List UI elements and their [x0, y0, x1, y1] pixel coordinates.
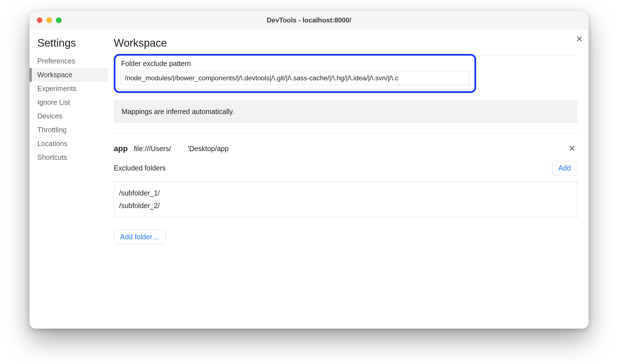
page-title: Workspace [114, 37, 577, 56]
excluded-folders-label: Excluded folders [114, 164, 166, 172]
window-title: DevTools - localhost:8000/ [29, 16, 589, 24]
excluded-folders-list: /subfolder_1/ /subfolder_2/ [114, 181, 577, 217]
window-traffic-lights [29, 17, 62, 23]
sidebar-item-devices[interactable]: Devices [29, 109, 108, 123]
excluded-folder-item[interactable]: /subfolder_1/ [119, 187, 572, 199]
sidebar-item-locations[interactable]: Locations [29, 137, 108, 151]
window-titlebar: DevTools - localhost:8000/ [29, 11, 589, 29]
excluded-folders-row: Excluded folders Add [114, 161, 577, 175]
add-folder-button[interactable]: Add folder… [114, 230, 166, 244]
workspace-folder-name: app [114, 144, 128, 153]
close-icon[interactable]: ✕ [576, 35, 583, 43]
settings-content: ✕ Workspace Folder exclude pattern Mappi… [108, 29, 589, 329]
excluded-folder-item[interactable]: /subfolder_2/ [119, 199, 572, 212]
mappings-info-banner: Mappings are inferred automatically. [114, 100, 577, 123]
sidebar-item-workspace[interactable]: Workspace [29, 68, 108, 82]
workspace-folder-header: app file:///Users/'Desktop/app ✕ [114, 133, 577, 156]
workspace-folder-url-prefix: file:///Users/ [134, 145, 171, 153]
settings-sidebar: Settings Preferences Workspace Experimen… [29, 29, 108, 329]
settings-heading: Settings [29, 37, 108, 54]
folder-exclude-pattern-label: Folder exclude pattern [121, 58, 469, 71]
sidebar-item-experiments[interactable]: Experiments [29, 82, 108, 95]
add-excluded-folder-button[interactable]: Add [552, 161, 577, 175]
sidebar-item-preferences[interactable]: Preferences [29, 54, 108, 68]
window-zoom-button[interactable] [56, 17, 62, 23]
workspace-folder-url-suffix: 'Desktop/app [188, 145, 229, 153]
sidebar-item-shortcuts[interactable]: Shortcuts [29, 151, 108, 164]
remove-folder-icon[interactable]: ✕ [569, 144, 577, 153]
folder-exclude-pattern-input[interactable] [121, 71, 469, 85]
sidebar-item-ignore-list[interactable]: Ignore List [29, 95, 108, 109]
devtools-settings-window: DevTools - localhost:8000/ Settings Pref… [29, 11, 589, 329]
window-minimize-button[interactable] [46, 17, 52, 23]
sidebar-item-throttling[interactable]: Throttling [29, 123, 108, 137]
window-close-button[interactable] [37, 17, 42, 23]
workspace-folder-url: file:///Users/'Desktop/app [134, 145, 229, 153]
folder-exclude-pattern-highlight: Folder exclude pattern [114, 54, 476, 93]
